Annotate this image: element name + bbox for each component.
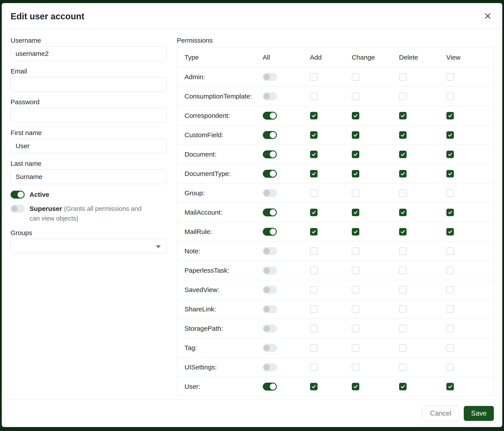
perm-all-toggle[interactable] [263, 344, 277, 352]
perm-view-checkbox[interactable] [446, 112, 454, 119]
perm-add-checkbox[interactable] [310, 73, 317, 81]
perm-change-checkbox[interactable] [352, 73, 359, 81]
perm-all-toggle[interactable] [263, 112, 277, 120]
perm-delete-checkbox[interactable] [399, 305, 407, 313]
perm-add-checkbox[interactable] [310, 131, 317, 139]
perm-change-checkbox[interactable] [352, 209, 359, 216]
perm-change-checkbox[interactable] [352, 363, 359, 371]
perm-view-checkbox[interactable] [446, 305, 454, 313]
perm-add-checkbox[interactable] [310, 383, 317, 390]
toggle-knob [264, 267, 270, 274]
perm-view-checkbox[interactable] [446, 383, 454, 390]
perm-all-toggle[interactable] [263, 286, 277, 294]
perm-change-checkbox[interactable] [352, 151, 359, 158]
perm-delete-checkbox[interactable] [399, 73, 407, 81]
perm-add-checkbox[interactable] [310, 112, 317, 119]
perm-delete-checkbox[interactable] [399, 151, 407, 158]
perm-add-checkbox[interactable] [310, 228, 317, 235]
perm-all-toggle[interactable] [263, 170, 277, 178]
superuser-toggle[interactable] [10, 205, 25, 213]
perm-view-checkbox[interactable] [446, 344, 454, 352]
perm-change-checkbox[interactable] [352, 170, 359, 178]
perm-delete-checkbox[interactable] [399, 170, 407, 178]
cancel-button[interactable]: Cancel [422, 406, 459, 421]
save-button[interactable]: Save [464, 406, 494, 421]
perm-delete-checkbox[interactable] [399, 286, 407, 294]
permission-row: DocumentType: [177, 164, 494, 183]
active-toggle[interactable] [10, 191, 25, 198]
perm-add-checkbox[interactable] [310, 286, 317, 294]
perm-add-checkbox[interactable] [310, 305, 317, 313]
perm-delete-checkbox[interactable] [399, 325, 407, 332]
perm-view-checkbox[interactable] [446, 228, 454, 235]
perm-delete-checkbox[interactable] [399, 383, 407, 390]
perm-change-checkbox[interactable] [352, 247, 359, 255]
perm-delete-checkbox[interactable] [399, 363, 407, 371]
perm-change-checkbox[interactable] [352, 286, 359, 294]
username-input[interactable] [10, 46, 167, 61]
perm-view-checkbox[interactable] [446, 73, 454, 81]
perm-all-toggle[interactable] [263, 150, 277, 158]
first-name-field[interactable] [10, 139, 167, 153]
perm-view-checkbox[interactable] [446, 189, 454, 197]
perm-delete-checkbox[interactable] [399, 131, 407, 139]
password-label: Password [10, 98, 167, 106]
perm-delete-checkbox[interactable] [399, 209, 407, 216]
perm-all-toggle[interactable] [263, 305, 277, 313]
perm-all-toggle[interactable] [263, 92, 277, 100]
perm-view-checkbox[interactable] [446, 247, 454, 255]
perm-change-checkbox[interactable] [352, 383, 359, 390]
perm-add-checkbox[interactable] [310, 344, 317, 352]
perm-add-checkbox[interactable] [310, 170, 317, 178]
perm-change-checkbox[interactable] [352, 344, 359, 352]
perm-delete-checkbox[interactable] [399, 93, 407, 100]
groups-select[interactable] [10, 239, 167, 253]
perm-delete-checkbox[interactable] [399, 344, 407, 352]
perm-change-checkbox[interactable] [352, 325, 359, 332]
perm-all-toggle[interactable] [263, 363, 277, 371]
perm-delete-checkbox[interactable] [399, 228, 407, 235]
perm-view-checkbox[interactable] [446, 131, 454, 139]
perm-view-checkbox[interactable] [446, 151, 454, 158]
perm-all-toggle[interactable] [263, 247, 277, 255]
perm-all-toggle[interactable] [263, 267, 277, 274]
perm-view-checkbox[interactable] [446, 267, 454, 274]
perm-change-checkbox[interactable] [352, 112, 359, 119]
perm-all-toggle[interactable] [263, 208, 277, 216]
perm-add-checkbox[interactable] [310, 363, 317, 371]
perm-change-checkbox[interactable] [352, 305, 359, 313]
close-icon[interactable]: ✕ [482, 10, 494, 22]
password-field[interactable] [10, 108, 167, 123]
perm-add-checkbox[interactable] [310, 151, 317, 158]
perm-all-toggle[interactable] [263, 383, 277, 391]
perm-view-checkbox[interactable] [446, 363, 454, 371]
perm-all-toggle[interactable] [263, 228, 277, 236]
perm-view-checkbox[interactable] [446, 325, 454, 332]
perm-change-checkbox[interactable] [352, 267, 359, 274]
perm-delete-checkbox[interactable] [399, 189, 407, 197]
perm-add-checkbox[interactable] [310, 209, 317, 216]
perm-view-checkbox[interactable] [446, 170, 454, 178]
last-name-field[interactable] [10, 170, 167, 184]
perm-add-checkbox[interactable] [310, 189, 317, 197]
perm-change-checkbox[interactable] [352, 131, 359, 139]
perm-all-toggle[interactable] [263, 73, 277, 81]
perm-all-toggle[interactable] [263, 189, 277, 197]
perm-delete-checkbox[interactable] [399, 112, 407, 119]
perm-add-checkbox[interactable] [310, 325, 317, 332]
perm-delete-checkbox[interactable] [399, 247, 407, 255]
perm-add-checkbox[interactable] [310, 247, 317, 255]
perm-delete-checkbox[interactable] [399, 267, 407, 274]
email-field[interactable] [10, 77, 167, 92]
perm-add-checkbox[interactable] [310, 267, 317, 274]
perm-view-checkbox[interactable] [446, 93, 454, 100]
permissions-panel: Permissions Type All Add Change Delete V… [177, 37, 494, 400]
perm-all-toggle[interactable] [263, 324, 277, 332]
perm-view-checkbox[interactable] [446, 209, 454, 216]
perm-add-checkbox[interactable] [310, 93, 317, 100]
perm-view-checkbox[interactable] [446, 286, 454, 294]
perm-all-toggle[interactable] [263, 131, 277, 139]
perm-change-checkbox[interactable] [352, 189, 359, 197]
perm-change-checkbox[interactable] [352, 93, 359, 100]
perm-change-checkbox[interactable] [352, 228, 359, 235]
